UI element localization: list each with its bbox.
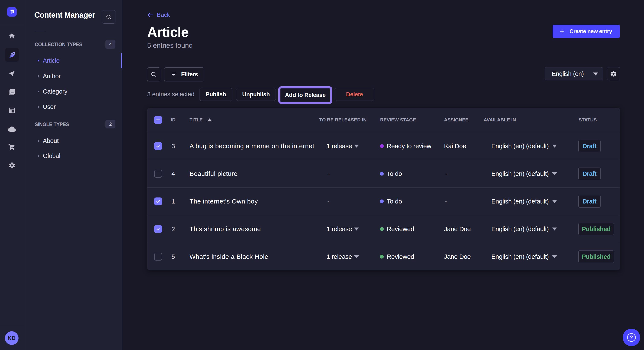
svg-text:?: ? <box>630 334 633 341</box>
